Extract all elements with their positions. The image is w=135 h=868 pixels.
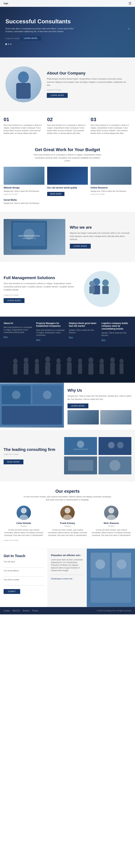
svg-rect-33	[110, 363, 115, 375]
why-us-learn-more-button[interactable]: LEARN MORE	[68, 403, 88, 408]
great-work-title: Get Great Work for Your Budget	[4, 147, 131, 152]
expert-name-2: Frank Kinney	[47, 522, 87, 524]
git-middle-title[interactable]: Phasellus vel efficitur nisl ›	[51, 554, 83, 557]
footer-link-services[interactable]: Services	[23, 610, 29, 612]
svg-point-24	[67, 357, 72, 362]
get-in-touch-form-area: Get In Touch Your full name Your email a…	[0, 549, 47, 607]
why-us-small-image-2	[100, 410, 132, 425]
services-grid: Website Design Sample text. Click to sel…	[4, 167, 131, 196]
svg-rect-6	[22, 238, 36, 239]
expert-card-1: Celia Almeda Position Ut enim ad minim v…	[4, 506, 44, 537]
website-design-desc: Sample text. Click to select the Text El…	[4, 190, 45, 193]
svg-rect-35	[119, 364, 124, 374]
col-text-1: Nunc duis tincidunt ex in consequat in u…	[4, 124, 45, 135]
hero-dot-3[interactable]	[10, 43, 11, 45]
why-us-title: Why Us	[68, 388, 131, 393]
svg-point-10	[102, 279, 109, 286]
service-card-online-research: Online Research Sample text. Click to se…	[90, 167, 131, 196]
our-experts-section: Our experts Ut enim ad minim veniam, qui…	[0, 482, 135, 548]
svg-rect-17	[24, 363, 28, 375]
footer-link-contact[interactable]: Contact	[4, 610, 10, 612]
about-company-title: About Our Company	[47, 71, 130, 75]
four-col-property-more[interactable]: More	[36, 339, 40, 341]
three-cols-section: 01 Nunc duis tincidunt ex in consequat i…	[0, 111, 135, 140]
leading-firm-read-more-button[interactable]: READ MORE	[4, 460, 23, 464]
logo: logo	[4, 2, 8, 5]
col-text-2: Nunc duis tincidunt ex in consequat in u…	[47, 124, 88, 135]
footer-link-privacy[interactable]: Privacy	[32, 610, 38, 612]
svg-point-28	[88, 358, 93, 363]
about-company-section: About Our Company Pellentesque tincidunt…	[0, 57, 135, 111]
svg-point-62	[96, 559, 105, 569]
leading-firm-image-2	[99, 437, 131, 455]
four-col-logistics-more[interactable]: More	[102, 339, 106, 341]
hamburger-menu[interactable]: ☰	[129, 1, 131, 5]
four-col-about-more[interactable]: More	[4, 336, 8, 338]
col-num-1: 01	[4, 117, 45, 122]
firm-img-2	[99, 437, 131, 455]
phone-label: Your phone number	[4, 579, 44, 581]
full-management-left: Full Management Solutions Nunc duis tinc…	[4, 276, 78, 303]
our-experts-title: Our experts	[4, 489, 131, 494]
col-item-2: 02 Nunc duis tincidunt ex in consequat i…	[47, 117, 88, 135]
why-us-illustration	[0, 383, 64, 428]
online-research-desc: Sample text. Click to select the Text El…	[90, 190, 131, 193]
about-company-learn-more-button[interactable]: LEARN MORE	[47, 93, 68, 98]
meeting-image-bg	[90, 167, 131, 185]
who-we-are-learn-more-button[interactable]: LEARN MORE	[70, 244, 91, 249]
expert-desc-2: Ut enim ad minim veniam, quis nostrud ex…	[47, 529, 87, 537]
submit-button[interactable]: SUBMIT	[4, 589, 20, 594]
expert-1-illustration	[17, 506, 31, 520]
name-input[interactable]	[4, 563, 44, 567]
svg-point-30	[100, 359, 104, 364]
svg-point-56	[108, 508, 114, 514]
svg-rect-45	[99, 437, 131, 455]
four-col-logistics-desc: Sample. Click to select the Text Element…	[102, 332, 131, 337]
email-input[interactable]	[4, 572, 44, 577]
why-us-section: Why Us Sample text. Click to select the …	[0, 383, 135, 430]
about-company-image	[5, 66, 42, 102]
call-service-work-more-button[interactable]: WORK MORE	[47, 192, 64, 196]
four-col-grow-title: Helping clients grow faster than the mar…	[69, 322, 99, 328]
hero-dot-2[interactable]	[8, 43, 9, 45]
who-we-are-left	[4, 219, 65, 255]
svg-rect-21	[45, 362, 50, 375]
name-form-group: Your full name	[4, 561, 44, 567]
email-label: Your email address	[4, 570, 44, 572]
hero-dot-1[interactable]	[5, 43, 7, 45]
leading-firm-right	[64, 437, 131, 474]
svg-rect-15	[13, 364, 18, 374]
get-in-touch-section: Get In Touch Your full name Your email a…	[0, 548, 135, 607]
svg-point-53	[19, 515, 28, 520]
four-col-about-desc: Nunc duis tincidunt ex in consequat in m…	[4, 326, 33, 334]
full-management-learn-more-button[interactable]: LEARN MORE	[4, 298, 25, 303]
who-we-are-section: Who we are Aliquam las integer malesuada…	[0, 212, 135, 262]
who-we-are-right: Who we are Aliquam las integer malesuada…	[70, 225, 132, 249]
great-work-section: Get Great Work for Your Budget Nunc duis…	[0, 140, 135, 212]
col-item-1: 01 Nunc duis tincidunt ex in consequat i…	[4, 117, 45, 135]
expert-2-illustration	[60, 506, 75, 520]
svg-point-46	[108, 442, 115, 448]
contact-link[interactable]: Scelerisque ut amet nisl ›	[51, 578, 73, 580]
svg-point-12	[89, 281, 95, 286]
hero-content: Successful Consultants Fusce vele diam i…	[5, 18, 74, 45]
leading-firm-left: The leading consulting firm Images from …	[4, 447, 60, 464]
svg-point-32	[110, 358, 115, 363]
about-company-text: About Our Company Pellentesque tincidunt…	[47, 71, 130, 98]
leading-firm-title: The leading consulting firm	[4, 447, 60, 452]
online-research-title: Online Research	[90, 186, 131, 189]
phone-input[interactable]	[4, 581, 44, 586]
expert-desc-3: Ut enim ad minim veniam, quis nostrud ex…	[91, 529, 131, 537]
hero-next-arrow[interactable]: ›	[128, 26, 130, 31]
svg-rect-49	[68, 460, 93, 471]
phone-form-group: Your phone number	[4, 579, 44, 586]
expert-name-1: Celia Almeda	[4, 522, 44, 524]
svg-point-26	[78, 359, 82, 363]
four-col-logistics-title: Logistics company builds company value b…	[102, 322, 131, 331]
footer-link-about[interactable]: About Us	[12, 610, 20, 612]
four-col-grow-more[interactable]: More	[69, 336, 73, 338]
hero-description: Fusce vele diam in consequat accumsan vi…	[5, 27, 74, 33]
git-middle-description: Lorem ipsum dolor sit amet, consectetur …	[51, 558, 83, 572]
expert-3-illustration	[104, 506, 118, 520]
hero-learn-more-button[interactable]: LEARN MORE	[20, 36, 41, 41]
